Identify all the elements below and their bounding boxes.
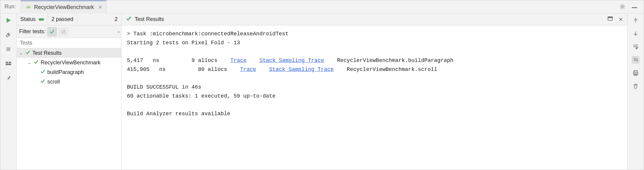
run-tool-window: Run: RecyclerViewBenchmark ✕ — [0, 0, 644, 170]
trash-icon[interactable] — [632, 82, 640, 90]
check-icon — [126, 16, 132, 23]
svg-line-3 — [30, 6, 30, 7]
svg-rect-8 — [9, 62, 11, 63]
wrench-icon[interactable] — [4, 31, 12, 39]
scroll-to-end-icon[interactable] — [632, 56, 640, 64]
stack-trace-link[interactable]: Stack Sampling Trace — [269, 66, 334, 72]
close-console-icon[interactable]: ✕ — [619, 16, 623, 23]
expand-toolbar-icon[interactable]: » — [117, 29, 119, 34]
svg-point-0 — [27, 7, 28, 7]
right-tool-rail — [627, 13, 644, 170]
tree-root-row[interactable]: ⌄ Test Results — [17, 48, 121, 58]
svg-rect-13 — [608, 17, 613, 18]
check-icon — [25, 50, 31, 57]
bench-row: 5,417 ns 9 allocs Trace Stack Sampling T… — [127, 57, 453, 63]
test-tree-panel: Status 2 passed 2 Filter tests: » — [17, 13, 121, 170]
trace-link[interactable]: Trace — [240, 66, 256, 72]
pin-icon[interactable] — [4, 74, 12, 82]
svg-rect-7 — [6, 62, 8, 63]
gear-icon[interactable] — [619, 3, 626, 10]
console-line: > Task :microbenchmark:connectedReleaseA… — [127, 31, 288, 37]
svg-rect-6 — [7, 47, 10, 51]
tree-method2-label: scroll — [47, 79, 60, 85]
check-icon — [40, 69, 45, 76]
run-config-tab-label: RecyclerViewBenchmark — [34, 4, 94, 10]
close-tab-icon[interactable]: ✕ — [98, 4, 102, 10]
console-line: BUILD SUCCESSFUL in 46s — [127, 84, 201, 90]
left-tool-rail — [0, 13, 17, 170]
passed-segment: 2 passed — [48, 13, 77, 25]
bench-row: 415,905 ns 80 allocs Trace Stack Samplin… — [127, 66, 437, 72]
rerun-button[interactable] — [4, 16, 12, 24]
console-header-title: Test Results — [135, 16, 164, 22]
check-icon — [40, 78, 45, 85]
run-tab-bar: Run: RecyclerViewBenchmark ✕ — [0, 0, 644, 13]
svg-line-11 — [62, 30, 65, 33]
status-bar: Status 2 passed 2 — [17, 13, 121, 25]
test-tree[interactable]: ⌄ Test Results ⌄ RecyclerViewBenchmark — [17, 48, 121, 170]
show-ignored-toggle[interactable] — [59, 27, 68, 36]
android-test-icon — [25, 4, 32, 10]
layout-icon[interactable] — [4, 60, 12, 67]
console-line: 60 actionable tasks: 1 executed, 59 up-t… — [127, 93, 276, 99]
total-count: 2 — [115, 16, 118, 22]
print-icon[interactable] — [632, 69, 640, 77]
down-arrow-icon[interactable] — [632, 30, 640, 37]
status-label: Status — [20, 16, 36, 22]
trace-link[interactable]: Trace — [230, 57, 247, 63]
run-config-tab[interactable]: RecyclerViewBenchmark ✕ — [21, 0, 107, 13]
svg-line-2 — [27, 6, 28, 7]
filter-label: Filter tests: — [19, 28, 45, 35]
tree-method-row[interactable]: buildParagraph — [17, 67, 121, 77]
svg-marker-5 — [7, 18, 11, 23]
console-output[interactable]: > Task :microbenchmark:connectedReleaseA… — [121, 25, 627, 170]
tests-header: Tests — [17, 38, 121, 48]
screenshot-icon[interactable] — [607, 16, 613, 23]
soft-wrap-icon[interactable] — [632, 43, 640, 51]
check-icon — [34, 59, 39, 66]
show-passed-toggle[interactable] — [47, 27, 57, 36]
tree-method-row[interactable]: scroll — [17, 77, 121, 86]
passed-count: 2 passed — [51, 16, 73, 22]
svg-point-4 — [622, 5, 623, 7]
status-segment: Status — [17, 13, 48, 25]
run-label: Run: — [3, 4, 18, 10]
up-arrow-icon[interactable] — [632, 16, 640, 24]
tree-root-label: Test Results — [32, 50, 62, 56]
svg-rect-9 — [6, 64, 11, 65]
chevron-down-icon: ⌄ — [19, 51, 23, 55]
tree-method1-label: buildParagraph — [47, 69, 84, 75]
console-line: Build Analyzer results available — [127, 111, 230, 117]
console-area: Test Results ✕ > Task :microbenchmark:co… — [121, 13, 627, 170]
minimize-icon[interactable] — [632, 3, 639, 10]
svg-point-1 — [29, 7, 30, 7]
stack-trace-link[interactable]: Stack Sampling Trace — [259, 57, 324, 63]
status-pill-icon — [39, 18, 44, 21]
console-line: Starting 2 tests on Pixel Fold - 13 — [127, 40, 240, 46]
stop-button[interactable] — [4, 45, 12, 53]
tree-class-row[interactable]: ⌄ RecyclerViewBenchmark — [17, 58, 121, 67]
filter-row: Filter tests: » — [17, 25, 121, 38]
chevron-down-icon: ⌄ — [28, 60, 32, 65]
console-header: Test Results ✕ — [121, 13, 627, 25]
total-segment: 2 — [77, 13, 121, 25]
main-content: Status 2 passed 2 Filter tests: » — [0, 13, 644, 170]
tree-class-label: RecyclerViewBenchmark — [41, 60, 101, 66]
